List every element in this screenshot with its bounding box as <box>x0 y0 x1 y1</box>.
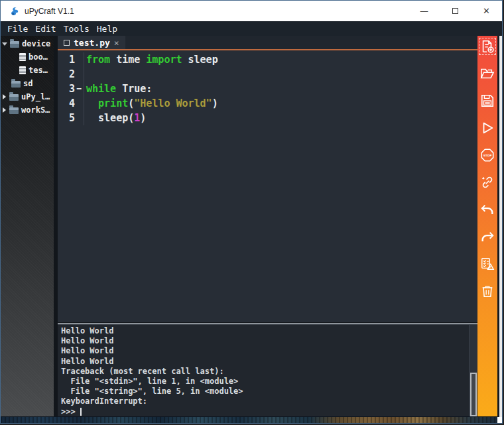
connect-button[interactable] <box>480 175 495 190</box>
fold-marker[interactable]: − <box>75 82 84 96</box>
fold-marker <box>75 52 84 67</box>
console-line: Traceback (most recent call last): <box>61 367 468 377</box>
line-number: 5 <box>58 111 75 125</box>
code-text: while True: <box>84 82 152 96</box>
tree-item-label: uPy_l… <box>21 92 50 101</box>
console-line: Hello World <box>61 346 468 356</box>
title-bar: uPyCraft V1.1 — ✕ <box>1 1 502 21</box>
window-right-frame <box>497 36 502 417</box>
fold-marker <box>75 96 84 111</box>
tab-status-icon <box>64 40 70 46</box>
open-file-icon <box>480 66 495 81</box>
line-number: 4 <box>58 96 75 111</box>
code-text: sleep(1) <box>84 111 146 125</box>
open-file-button[interactable] <box>480 66 495 81</box>
console-line: Hello World <box>61 336 468 346</box>
download-run-button[interactable] <box>480 121 495 135</box>
folder-icon <box>11 81 21 88</box>
download-run-icon <box>480 121 495 135</box>
window-controls: — ✕ <box>409 1 502 21</box>
new-file-button[interactable] <box>480 39 495 54</box>
tree-item-sd[interactable]: sd <box>1 77 54 90</box>
code-line: 4 print("Hello World") <box>58 96 477 111</box>
close-button[interactable]: ✕ <box>471 1 502 21</box>
folder-icon <box>10 41 19 48</box>
menu-bar: FileEditToolsHelp <box>1 21 502 36</box>
menu-file[interactable]: File <box>7 24 28 34</box>
fold-marker <box>75 111 84 125</box>
desktop-wallpaper-strip <box>1 416 497 423</box>
collapse-arrow-icon[interactable] <box>3 94 6 99</box>
fold-marker <box>75 67 84 82</box>
console-line: File "<string>", line 5, in <module> <box>61 387 468 396</box>
tree-item-works[interactable]: workS… <box>1 103 54 117</box>
minimize-button[interactable]: — <box>409 1 440 21</box>
tree-item-device[interactable]: device <box>1 37 54 50</box>
tree-item-label: tes… <box>29 66 48 75</box>
upycraft-window: uPyCraft V1.1 — ✕ FileEditToolsHelp devi… <box>0 0 503 424</box>
text-cursor <box>80 408 82 416</box>
collapse-arrow-icon[interactable] <box>3 107 6 113</box>
line-number: 3 <box>58 82 75 96</box>
expand-arrow-icon[interactable] <box>2 42 7 46</box>
stop-icon: STOP <box>480 148 495 162</box>
new-file-icon <box>480 39 495 54</box>
console-lines: Hello WorldHello WorldHello WorldHello W… <box>61 326 468 407</box>
console-scrollbar[interactable] <box>469 325 477 417</box>
console-scrollbar-thumb[interactable] <box>470 373 477 416</box>
file-tree: deviceboo…tes…sduPy_l…workS… <box>1 36 58 417</box>
redo-icon <box>480 229 495 244</box>
maximize-button[interactable] <box>440 1 471 21</box>
tree-item-upyl[interactable]: uPy_l… <box>1 90 54 103</box>
main-column: test.py × 1from time import sleep23−whil… <box>58 36 477 417</box>
code-text: from time import sleep <box>84 52 218 67</box>
code-text <box>84 67 86 82</box>
tree-item-tes[interactable]: tes… <box>1 64 54 77</box>
file-icon <box>19 53 26 61</box>
code-line: 2 <box>58 67 477 82</box>
console-prompt-row[interactable]: >>> <box>61 407 468 417</box>
tree-item-boo[interactable]: boo… <box>1 50 54 64</box>
console-line: Hello World <box>61 357 468 367</box>
tab-test-py[interactable]: test.py × <box>58 36 125 49</box>
window-title: uPyCraft V1.1 <box>25 7 74 16</box>
clear-button[interactable] <box>480 284 495 298</box>
console-line: KeyboardInterrupt: <box>61 396 468 406</box>
undo-icon <box>480 202 495 217</box>
file-icon <box>19 66 26 74</box>
save-file-button[interactable] <box>480 93 495 108</box>
tree-item-label: boo… <box>29 52 48 62</box>
menu-help[interactable]: Help <box>97 24 117 34</box>
tool-bar: STOP <box>477 36 497 417</box>
tree-item-label: sd <box>23 79 32 88</box>
tab-bar: test.py × <box>58 36 477 50</box>
redo-button[interactable] <box>480 229 495 244</box>
tree-item-label: workS… <box>21 105 50 115</box>
console-output[interactable]: Hello WorldHello WorldHello WorldHello W… <box>58 325 477 417</box>
line-number: 1 <box>58 52 75 67</box>
folder-icon <box>9 107 19 114</box>
code-line: 3−while True: <box>58 82 477 96</box>
svg-text:STOP: STOP <box>483 154 492 157</box>
tab-label: test.py <box>74 38 110 48</box>
save-file-icon <box>480 93 495 108</box>
app-logo-icon <box>9 5 20 17</box>
code-line: 1from time import sleep <box>58 52 477 67</box>
undo-button[interactable] <box>480 202 495 217</box>
syntax-check-icon <box>480 257 495 271</box>
stop-button[interactable]: STOP <box>480 148 495 162</box>
line-number: 2 <box>58 67 75 82</box>
tree-item-label: device <box>22 39 50 48</box>
menu-tools[interactable]: Tools <box>64 24 90 34</box>
code-line: 5 sleep(1) <box>58 111 477 125</box>
maximize-icon <box>452 8 458 14</box>
console-line: Hello World <box>61 326 468 336</box>
code-editor[interactable]: 1from time import sleep23−while True:4 p… <box>58 50 477 322</box>
menu-edit[interactable]: Edit <box>35 24 56 34</box>
content-area: deviceboo…tes…sduPy_l…workS… test.py × 1… <box>1 36 502 417</box>
folder-icon <box>9 94 19 101</box>
clear-icon <box>480 284 495 298</box>
syntax-check-button[interactable] <box>480 257 495 271</box>
tab-close-icon[interactable]: × <box>114 38 119 47</box>
console-prompt: >>> <box>61 407 76 416</box>
